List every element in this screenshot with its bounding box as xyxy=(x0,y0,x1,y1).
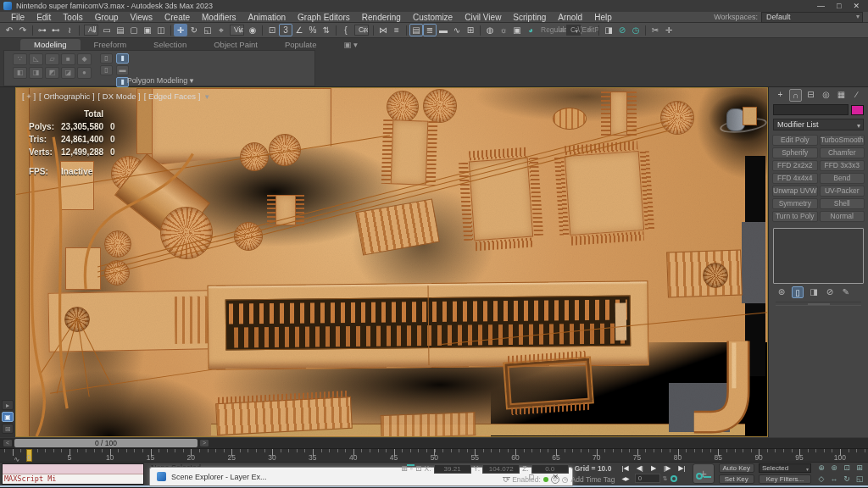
select-by-name-icon[interactable]: ▤ xyxy=(114,24,127,36)
schematic-view-icon[interactable]: ⊞ xyxy=(464,24,477,36)
hierarchy-tab-icon[interactable]: ⊟ xyxy=(804,89,817,102)
select-manipulate-icon[interactable]: ⊡ xyxy=(265,24,279,36)
modifier-button[interactable]: Spherify xyxy=(772,147,818,158)
modifier-button[interactable]: FFD 3x3x3 xyxy=(820,160,865,171)
modifier-button[interactable]: Bend xyxy=(820,173,865,184)
workspaces-dropdown[interactable]: Default xyxy=(761,12,863,23)
toolbar-icon[interactable] xyxy=(598,25,599,36)
curve-editor-icon[interactable]: ∿ xyxy=(450,24,464,36)
show-end-result-icon[interactable]: ▯ xyxy=(792,286,804,298)
tab-selection[interactable]: Selection xyxy=(140,39,200,50)
motion-tab-icon[interactable]: ◎ xyxy=(820,89,832,102)
close-button[interactable]: ✕ xyxy=(853,2,860,10)
dip-connector[interactable] xyxy=(381,118,438,187)
toggle-layer-explorer-icon[interactable]: ≣ xyxy=(423,24,437,36)
large-capacitor-face[interactable] xyxy=(160,207,213,259)
modifier-button[interactable]: FFD 2x2x2 xyxy=(772,160,818,171)
toolbar-icon[interactable] xyxy=(645,25,646,36)
toolbar-icon[interactable] xyxy=(79,25,80,36)
render-history-icon[interactable]: ◷ xyxy=(629,24,643,36)
border-mode-icon[interactable]: ▱ xyxy=(45,53,59,65)
capacitor[interactable] xyxy=(234,222,263,251)
play-button[interactable]: ▶ xyxy=(648,464,659,472)
modifier-button[interactable]: Shell xyxy=(820,198,865,209)
frame-spinner[interactable]: ⇅ xyxy=(663,475,668,482)
adaptive-degradation-icon[interactable]: 0 xyxy=(551,475,559,484)
constrain-edge-icon[interactable]: ▮ xyxy=(116,53,129,64)
ref-coord-dropdown[interactable]: View xyxy=(230,25,244,36)
toolbar-icon[interactable] xyxy=(406,25,407,36)
modifier-button[interactable]: Edit Poly xyxy=(772,135,818,146)
use-center-icon[interactable]: ◉ xyxy=(246,24,259,36)
polygon-mode-icon[interactable]: ■ xyxy=(61,53,75,65)
funnel-icon[interactable]: ▼ xyxy=(203,93,210,101)
named-selection-icon[interactable]: { xyxy=(339,24,353,36)
rendered-frame-icon[interactable]: ▣ xyxy=(510,24,524,36)
viewport-shading-menu[interactable]: [ Edged Faces ] xyxy=(144,92,201,101)
macro-recorder-strip[interactable] xyxy=(3,464,143,474)
make-unique-icon[interactable]: ◨ xyxy=(808,286,820,298)
render-flags-icon[interactable]: ◨ xyxy=(602,24,615,36)
state-sets-icon[interactable]: ⊘ xyxy=(615,24,629,36)
layout-quad-icon[interactable]: ⊞ xyxy=(2,424,14,434)
toolbar-icon[interactable] xyxy=(170,25,171,36)
tab-modeling[interactable]: Modeling xyxy=(20,39,81,50)
screw[interactable] xyxy=(64,307,90,332)
prev-frame-button[interactable]: ◀| xyxy=(634,464,646,472)
remove-modifier-icon[interactable]: ⊘ xyxy=(824,286,836,298)
align-icon[interactable]: ≡ xyxy=(390,24,403,36)
toolbar-icon[interactable] xyxy=(262,25,263,36)
add-time-tag[interactable]: Add Time Tag xyxy=(571,475,615,484)
screw[interactable] xyxy=(703,263,728,288)
y-coordinate-field[interactable]: 104.072 xyxy=(482,464,520,474)
undo-icon[interactable]: ↶ xyxy=(3,24,16,36)
capacitor[interactable] xyxy=(660,101,694,135)
toolbar-icon[interactable] xyxy=(373,25,374,36)
expand-strip-icon[interactable]: ▸ xyxy=(2,400,14,410)
menu-item[interactable]: Modifiers xyxy=(196,13,242,22)
degradation-override-icon[interactable]: ⟳ xyxy=(504,475,510,484)
select-link-icon[interactable]: ⊶ xyxy=(36,24,49,36)
prev-frame-nudge[interactable]: < xyxy=(3,439,13,447)
next-frame-button[interactable]: |▶ xyxy=(661,464,673,472)
configure-modifier-sets-icon[interactable]: ✎ xyxy=(840,286,852,298)
material-editor-icon[interactable]: ◍ xyxy=(483,24,497,36)
modifier-button[interactable]: Unwrap UVW xyxy=(772,186,818,197)
modifier-button[interactable]: Turn to Poly xyxy=(772,211,818,222)
timeline-ruler[interactable]: ∿ 05101520253035404550556065707580859095… xyxy=(0,448,868,462)
small-chip[interactable] xyxy=(267,193,304,227)
modifier-stack[interactable] xyxy=(773,228,864,284)
grey-component-box[interactable] xyxy=(743,107,757,125)
render-setup-icon[interactable]: ☼ xyxy=(497,24,510,36)
connector-block[interactable] xyxy=(65,247,101,290)
go-start-button[interactable]: |◀ xyxy=(619,464,631,472)
render-production-icon[interactable]: ◕ xyxy=(524,24,537,36)
selection-filter-dropdown[interactable]: All xyxy=(84,25,98,36)
shrink-icon[interactable]: ▯ xyxy=(100,53,113,64)
bind-spacewarp-icon[interactable]: ≀ xyxy=(63,24,76,36)
capacitor[interactable] xyxy=(269,134,301,166)
tab-object-paint[interactable]: Object Paint xyxy=(200,39,271,50)
menu-item[interactable]: Animation xyxy=(242,13,292,22)
viewport-pov-menu[interactable]: [ Orthographic ] xyxy=(39,92,94,101)
unlink-icon[interactable]: ⊷ xyxy=(49,24,63,36)
modifier-button[interactable]: Normal xyxy=(820,211,865,222)
next-frame-nudge[interactable]: > xyxy=(199,439,209,447)
display-tab-icon[interactable]: ▦ xyxy=(835,89,848,102)
object-name-field[interactable] xyxy=(773,104,849,115)
menu-item[interactable]: File xyxy=(5,13,31,22)
menu-item[interactable]: Views xyxy=(125,13,159,22)
move-plus-icon[interactable]: ✛ xyxy=(662,24,676,36)
pin-stack-icon[interactable]: ⊛ xyxy=(776,286,787,298)
window-crossing-icon[interactable]: ▣ xyxy=(141,24,154,36)
ribbed-connector[interactable] xyxy=(381,412,476,437)
current-frame-field[interactable]: 0 xyxy=(635,474,660,483)
mirror-icon[interactable]: ⋈ xyxy=(376,24,390,36)
qfp-chip[interactable] xyxy=(554,140,655,247)
angle-snap-icon[interactable]: ∠ xyxy=(292,24,306,36)
modifier-button[interactable]: UV-Packer xyxy=(820,186,865,197)
zoom-extents-icon[interactable]: ⊡ xyxy=(841,463,853,474)
element-mode-icon[interactable]: ◆ xyxy=(77,53,92,65)
scale-icon[interactable]: ◱ xyxy=(201,24,214,36)
modifier-button[interactable]: TurboSmooth xyxy=(820,135,865,146)
